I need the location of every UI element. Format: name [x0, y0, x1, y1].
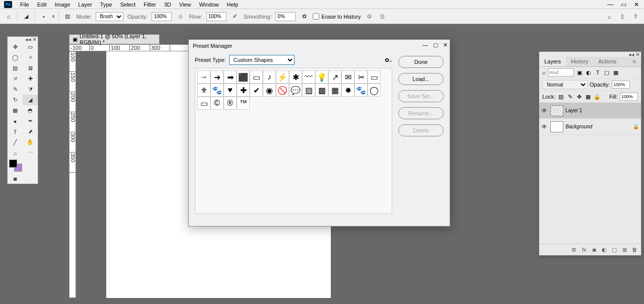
lock-pixels-icon[interactable]: ✎ — [566, 93, 574, 100]
move-tool-icon[interactable]: ✥ — [8, 42, 23, 52]
load-button[interactable]: Load... — [398, 73, 444, 85]
menu-help[interactable]: Help — [223, 1, 243, 9]
new-layer-icon[interactable]: ⊞ — [621, 246, 628, 253]
shape-preset[interactable]: → — [197, 70, 210, 84]
menu-layer[interactable]: Layer — [74, 1, 96, 9]
preset-type-select[interactable]: Custom Shapes — [229, 55, 295, 65]
filter-type-icon[interactable]: T — [594, 69, 601, 76]
fx-icon[interactable]: fx — [581, 246, 588, 253]
tab-history[interactable]: History — [566, 57, 593, 66]
shape-preset[interactable]: ▨ — [302, 84, 315, 97]
rename-button[interactable]: Rename... — [398, 107, 444, 119]
menu-select[interactable]: Select — [116, 1, 140, 9]
eyedropper-tool-icon[interactable]: ⤯ — [8, 73, 23, 84]
shape-preset[interactable]: 💬 — [289, 84, 302, 97]
trash-icon[interactable]: 🗑 — [631, 246, 638, 253]
quick-select-tool-icon[interactable]: ✧ — [23, 52, 38, 63]
menu-type[interactable]: Type — [96, 1, 116, 9]
opacity-input[interactable] — [152, 12, 172, 21]
marquee-tool-icon[interactable]: ▭ — [23, 42, 38, 52]
symmetry-icon[interactable]: ᛞ — [378, 12, 387, 21]
shape-preset[interactable]: © — [210, 97, 224, 110]
menu-edit[interactable]: Edit — [33, 1, 51, 9]
pressure-size-icon[interactable]: ⊙ — [365, 12, 374, 21]
shape-preset[interactable]: ✸ — [341, 84, 354, 97]
shape-preset[interactable]: ◉ — [263, 84, 276, 97]
frame-tool-icon[interactable]: ⊠ — [23, 63, 38, 73]
zoom-tool-icon[interactable]: ⌕ — [8, 147, 23, 158]
more-tools-icon[interactable]: ⋯ — [23, 147, 38, 158]
shape-preset[interactable]: 〰 — [302, 70, 315, 84]
filter-smart-icon[interactable]: ▦ — [612, 69, 619, 76]
shape-preset[interactable]: ✂ — [354, 70, 368, 84]
filter-adjust-icon[interactable]: ◐ — [585, 69, 592, 76]
tab-layers[interactable]: Layers — [539, 57, 566, 66]
fill-input[interactable] — [620, 93, 638, 101]
gear-icon[interactable]: ✿ — [300, 12, 309, 21]
shape-preset[interactable]: ✉ — [341, 70, 354, 84]
tab-actions[interactable]: Actions — [593, 57, 621, 66]
shape-preset[interactable]: ✔ — [250, 84, 263, 97]
shape-preset[interactable]: ♥ — [224, 84, 237, 97]
shape-preset[interactable]: 🚫 — [276, 84, 289, 97]
menu-filter[interactable]: Filter — [139, 1, 160, 9]
panel-menu-icon[interactable]: ≡ — [628, 57, 641, 66]
visibility-icon[interactable]: 👁 — [541, 123, 548, 130]
healing-tool-icon[interactable]: ✚ — [23, 73, 38, 84]
blur-tool-icon[interactable]: ◓ — [23, 105, 38, 116]
menu-image[interactable]: Image — [51, 1, 75, 9]
minimize-icon[interactable]: — — [606, 1, 615, 8]
shape-preset[interactable]: ➡ — [224, 70, 237, 84]
stamp-tool-icon[interactable]: ⧩ — [23, 84, 38, 95]
flow-input[interactable] — [206, 12, 227, 21]
layer-item[interactable]: 👁 Background 🔒 — [539, 119, 641, 135]
menu-file[interactable]: File — [16, 1, 33, 9]
crop-tool-icon[interactable]: ▨ — [8, 63, 23, 73]
shape-preset[interactable]: ✚ — [237, 84, 250, 97]
close-icon[interactable]: ✕ — [632, 1, 641, 8]
delete-button[interactable]: Delete — [398, 124, 444, 136]
lock-position-icon[interactable]: ✥ — [576, 93, 583, 100]
history-brush-tool-icon[interactable]: ↻ — [8, 95, 23, 105]
dodge-tool-icon[interactable]: ● — [8, 116, 23, 126]
erase-history-check[interactable]: Erase to History — [313, 13, 361, 20]
shape-preset[interactable]: ▭ — [368, 70, 381, 84]
dialog-maximize-icon[interactable]: ▢ — [433, 42, 438, 48]
save-set-button[interactable]: Save Set... — [398, 90, 444, 102]
maximize-icon[interactable]: ▭ — [619, 1, 628, 8]
pressure-opacity-icon[interactable]: ⦶ — [176, 12, 185, 21]
menu-window[interactable]: Window — [195, 1, 223, 9]
eraser-tool-icon[interactable]: ◢ — [22, 12, 31, 21]
brush-size-icon[interactable]: • — [39, 12, 48, 21]
visibility-icon[interactable]: 👁 — [541, 107, 548, 114]
shape-preset[interactable]: ✱ — [289, 70, 302, 84]
home-icon[interactable]: ⌂ — [4, 12, 13, 21]
layer-name[interactable]: Layer 1 — [565, 108, 582, 113]
mode-select[interactable]: Brush — [96, 12, 123, 21]
menu-view[interactable]: View — [175, 1, 195, 9]
gradient-tool-icon[interactable]: ▦ — [8, 105, 23, 116]
shape-preset[interactable]: ▭ — [250, 70, 263, 84]
workspace-icon[interactable]: ▯ — [618, 12, 627, 21]
filter-image-icon[interactable]: ▣ — [576, 69, 583, 76]
shape-preset[interactable]: ▦ — [328, 84, 341, 97]
document-tab[interactable]: ▣ Untitled-1 @ 50% (Layer 1, RGB/8#) * — [69, 34, 160, 44]
smoothing-input[interactable] — [275, 12, 296, 21]
shape-preset[interactable]: ♪ — [263, 70, 276, 84]
color-swatch[interactable] — [8, 158, 38, 173]
layer-opacity-input[interactable] — [612, 81, 630, 89]
shape-preset[interactable]: ® — [224, 97, 237, 110]
lock-all-icon[interactable]: 🔒 — [594, 93, 601, 100]
shape-preset[interactable]: 💡 — [315, 70, 328, 84]
shape-preset[interactable]: ⬛ — [237, 70, 250, 84]
mask-icon[interactable]: ◙ — [591, 246, 598, 253]
layer-thumbnail[interactable] — [550, 105, 563, 116]
filter-shape-icon[interactable]: ▢ — [603, 69, 610, 76]
lock-artboard-icon[interactable]: ▦ — [585, 93, 592, 100]
erase-history-checkbox[interactable] — [313, 13, 319, 20]
share-icon[interactable]: ⇧ — [631, 12, 640, 21]
adjustment-icon[interactable]: ◐ — [601, 246, 608, 253]
quick-mask-icon[interactable]: ◙ — [8, 173, 23, 184]
eraser-tool-icon[interactable]: ◢ — [23, 95, 38, 105]
shape-preset[interactable]: ▩ — [315, 84, 328, 97]
